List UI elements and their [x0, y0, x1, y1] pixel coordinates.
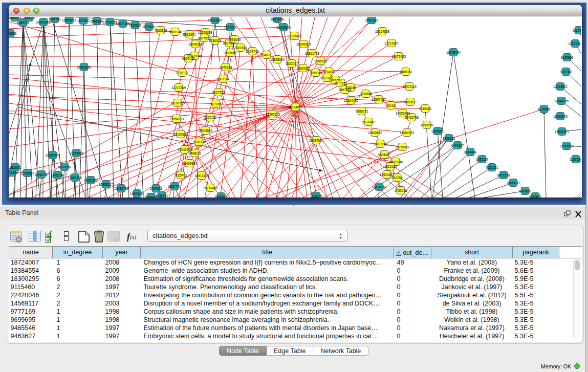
svg-text:2803144: 2803144 [217, 77, 230, 81]
svg-text:9245652: 9245652 [519, 189, 532, 193]
svg-text:19756928: 19756928 [395, 145, 410, 149]
svg-text:16543362: 16543362 [188, 42, 203, 46]
svg-text:9657771: 9657771 [168, 185, 181, 188]
svg-text:19654933: 19654933 [169, 117, 184, 121]
svg-text:16033809: 16033809 [208, 18, 223, 22]
svg-text:10807487: 10807487 [372, 98, 386, 101]
svg-text:7986372: 7986372 [356, 110, 368, 113]
svg-text:1167534: 1167534 [570, 158, 581, 161]
svg-text:1322037: 1322037 [286, 62, 298, 65]
svg-text:19106822: 19106822 [173, 133, 188, 136]
svg-text:13226058: 13226058 [198, 31, 213, 34]
svg-text:1054911: 1054911 [150, 187, 163, 190]
svg-text:16961758: 16961758 [305, 52, 320, 55]
svg-text:(x): (x) [130, 234, 137, 240]
svg-text:7485063: 7485063 [400, 70, 412, 74]
svg-text:1640951: 1640951 [431, 129, 444, 133]
svg-text:2169140: 2169140 [23, 17, 36, 19]
svg-text:4055724: 4055724 [17, 21, 30, 25]
svg-text:252254: 252254 [391, 176, 403, 180]
svg-text:18724007: 18724007 [288, 105, 303, 109]
svg-text:9097588: 9097588 [58, 165, 71, 169]
svg-text:10046708: 10046708 [178, 148, 192, 151]
svg-text:1899044: 1899044 [310, 71, 322, 75]
svg-text:1805573: 1805573 [9, 17, 21, 19]
svg-text:15692971: 15692971 [555, 130, 570, 134]
svg-text:9474444: 9474444 [464, 150, 477, 154]
svg-text:20053346: 20053346 [77, 65, 92, 69]
svg-text:10853267: 10853267 [62, 18, 77, 22]
svg-text:7663822: 7663822 [155, 29, 167, 32]
svg-text:1985546: 1985546 [228, 38, 241, 41]
svg-text:8813054: 8813054 [271, 17, 284, 21]
svg-text:12213369: 12213369 [171, 86, 186, 90]
svg-text:16520746: 16520746 [388, 160, 403, 164]
svg-text:8938923: 8938923 [443, 137, 455, 140]
svg-text:1733426: 1733426 [395, 189, 407, 192]
svg-text:18495758: 18495758 [404, 116, 419, 119]
svg-text:417006: 417006 [210, 102, 222, 106]
svg-text:15716485: 15716485 [203, 186, 218, 190]
svg-text:12975115: 12975115 [402, 85, 417, 89]
svg-text:16648784: 16648784 [446, 51, 461, 54]
svg-text:20206570: 20206570 [46, 154, 60, 157]
svg-text:9146821: 9146821 [260, 53, 273, 57]
svg-text:8912954: 8912954 [183, 33, 196, 36]
svg-text:19384554: 19384554 [309, 139, 324, 142]
svg-text:62160: 62160 [386, 104, 396, 107]
svg-text:17359938: 17359938 [69, 151, 84, 155]
svg-text:10688609: 10688609 [368, 131, 383, 135]
svg-text:12923446: 12923446 [130, 192, 145, 195]
svg-text:16107553: 16107553 [170, 101, 185, 105]
svg-text:15720407: 15720407 [361, 120, 376, 124]
svg-text:9135491: 9135491 [156, 194, 168, 198]
svg-text:9699695: 9699695 [421, 123, 433, 127]
svg-text:15353593: 15353593 [198, 129, 213, 133]
svg-text:16671355: 16671355 [116, 22, 130, 26]
svg-text:1135205: 1135205 [310, 194, 323, 198]
svg-text:2935114: 2935114 [476, 158, 489, 161]
svg-text:1362635: 1362635 [297, 67, 310, 70]
svg-text:9115460: 9115460 [419, 107, 432, 111]
svg-text:18640910: 18640910 [296, 42, 311, 46]
svg-text:9129966: 9129966 [561, 56, 574, 59]
svg-text:6479197: 6479197 [451, 144, 464, 147]
svg-text:9527508: 9527508 [223, 41, 236, 45]
svg-text:9227343: 9227343 [560, 70, 573, 74]
svg-text:11409934: 11409934 [183, 162, 197, 165]
svg-text:15300215: 15300215 [266, 113, 280, 116]
svg-text:9890135: 9890135 [182, 57, 195, 60]
svg-text:20691406: 20691406 [36, 20, 51, 24]
svg-text:7955812: 7955812 [315, 59, 328, 63]
svg-text:1112438: 1112438 [573, 29, 581, 32]
svg-text:10025433: 10025433 [396, 112, 410, 115]
svg-text:2166539: 2166539 [9, 32, 17, 35]
svg-text:12444195: 12444195 [554, 99, 569, 103]
svg-text:8471676: 8471676 [497, 173, 510, 177]
svg-text:3915156: 3915156 [9, 171, 18, 174]
svg-text:8454749: 8454749 [246, 50, 259, 53]
svg-text:1145194: 1145194 [51, 173, 64, 177]
svg-text:12942737: 12942737 [34, 173, 49, 177]
svg-text:2367608: 2367608 [234, 46, 247, 50]
svg-text:10958117: 10958117 [99, 183, 113, 186]
svg-text:18807249: 18807249 [373, 142, 388, 146]
svg-text:8136323: 8136323 [209, 39, 222, 42]
svg-text:9242848: 9242848 [220, 65, 232, 69]
svg-text:9463611: 9463611 [529, 195, 542, 198]
svg-text:13325419: 13325419 [287, 34, 302, 38]
svg-text:6794028: 6794028 [323, 70, 336, 74]
svg-text:9878334: 9878334 [193, 140, 206, 144]
svg-text:2087682: 2087682 [365, 18, 378, 22]
svg-text:19218506: 19218506 [276, 26, 291, 29]
svg-text:3267130: 3267130 [204, 116, 217, 119]
svg-text:2718176: 2718176 [176, 71, 189, 75]
svg-text:16154808: 16154808 [375, 30, 390, 33]
svg-text:17957253: 17957253 [83, 179, 98, 182]
svg-text:1615132: 1615132 [384, 165, 397, 168]
svg-text:12093822: 12093822 [553, 85, 568, 89]
svg-text:3675685: 3675685 [224, 51, 237, 55]
svg-text:16210643: 16210643 [553, 115, 568, 118]
svg-text:7515526: 7515526 [143, 25, 156, 29]
svg-text:6466160: 6466160 [91, 19, 103, 23]
